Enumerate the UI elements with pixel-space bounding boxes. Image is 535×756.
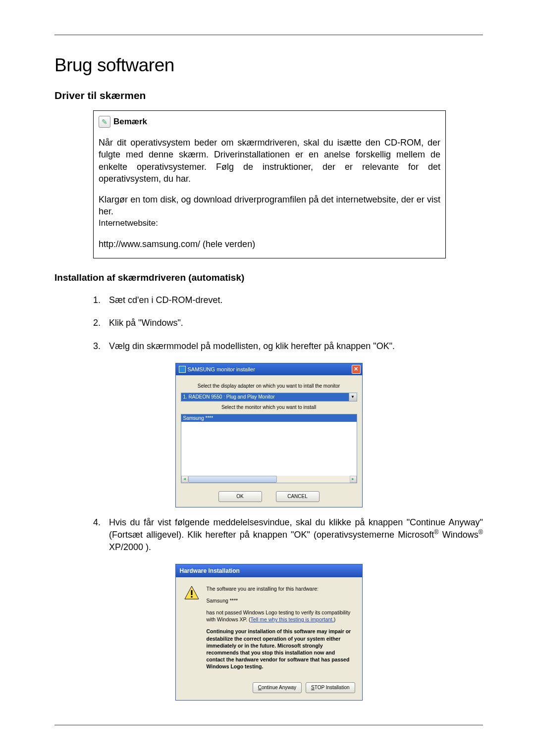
close-icon[interactable]: ✕ — [352, 365, 361, 374]
hw-line2: has not passed Windows Logo testing to v… — [207, 609, 354, 623]
app-icon — [179, 366, 186, 373]
step-4: 4. Hvis du får vist følgende meddelelses… — [93, 516, 483, 553]
scrollbar-horizontal[interactable]: ◄ ► — [181, 476, 357, 483]
note-header: ✎ Bemærk — [99, 116, 440, 128]
installer-screenshot: SAMSUNG monitor installer ✕ Select the d… — [54, 363, 483, 507]
step-num: 2. — [93, 317, 109, 329]
ok-button[interactable]: OK — [218, 491, 262, 502]
hw-link[interactable]: Tell me why this testing is important. — [251, 616, 334, 622]
stop-installation-button[interactable]: STOP Installation — [306, 682, 355, 693]
hw-warning: Continuing your installation of this sof… — [207, 628, 354, 670]
continue-anyway-button[interactable]: Continue Anyway — [253, 682, 302, 693]
adapter-selected: 1. RADEON 9550 : Plug and Play Monitor — [181, 393, 349, 401]
installer-titlebar: SAMSUNG monitor installer ✕ — [176, 363, 362, 375]
step-num: 1. — [93, 294, 109, 306]
step-2: 2. Klik på "Windows". — [93, 317, 483, 329]
hw-body: The software you are installing for this… — [176, 577, 362, 682]
note-p2: Klargør en tom disk, og download driverp… — [99, 194, 440, 218]
hw-titlebar: Hardware Installation — [176, 564, 362, 577]
hw-window: Hardware Installation The software you a… — [175, 564, 363, 701]
step-3: 3. Vælg din skærmmodel på modellisten, o… — [93, 340, 483, 352]
page-title: Brug softwaren — [54, 55, 483, 76]
note-box: ✎ Bemærk Når dit operativsystem beder om… — [93, 110, 446, 258]
scroll-left-icon[interactable]: ◄ — [181, 476, 188, 483]
step-text: Vælg din skærmmodel på modellisten, og k… — [109, 340, 483, 352]
installer-buttons: OK CANCEL — [181, 491, 357, 502]
chevron-down-icon[interactable]: ▼ — [349, 393, 357, 401]
step-text: Hvis du får vist følgende meddelelsesvin… — [109, 516, 483, 553]
bottom-rule — [54, 725, 483, 725]
hw-buttons: Continue Anyway STOP Installation — [176, 682, 362, 700]
step-text: Sæt cd'en i CD-ROM-drevet. — [109, 294, 483, 306]
note-icon: ✎ — [99, 116, 110, 128]
scroll-right-icon[interactable]: ► — [350, 476, 357, 483]
note-internet-label: Internetwebsite: — [99, 218, 440, 229]
adapter-dropdown[interactable]: 1. RADEON 9550 : Plug and Play Monitor ▼ — [181, 393, 357, 402]
installer-label-monitor: Select the monitor which you want to ins… — [181, 404, 357, 410]
installer-title: SAMSUNG monitor installer — [188, 366, 255, 372]
hw-name: Samsung **** — [207, 597, 354, 604]
note-p1: Når dit operativsystem beder om skærmdri… — [99, 137, 440, 185]
monitor-listbox[interactable]: Samsung **** ◄ ► — [181, 414, 357, 483]
monitor-selected[interactable]: Samsung **** — [181, 414, 357, 422]
top-rule — [54, 35, 483, 35]
hw-line1: The software you are installing for this… — [207, 585, 354, 592]
hw-title: Hardware Installation — [180, 567, 240, 574]
warning-icon — [184, 585, 200, 601]
steps-list: 1. Sæt cd'en i CD-ROM-drevet. 2. Klik på… — [93, 294, 483, 352]
note-title: Bemærk — [113, 117, 147, 127]
section-install-title: Installation af skærmdriveren (automatis… — [54, 272, 483, 283]
steps-list-2: 4. Hvis du får vist følgende meddelelses… — [93, 516, 483, 553]
step-num: 3. — [93, 340, 109, 352]
step-num: 4. — [93, 516, 109, 553]
installer-label-adapter: Select the display adapter on which you … — [181, 383, 357, 389]
section-driver-title: Driver til skærmen — [54, 90, 483, 101]
scrollbar-track[interactable] — [188, 476, 350, 483]
scrollbar-thumb[interactable] — [188, 476, 277, 483]
svg-rect-2 — [191, 596, 192, 598]
hw-text: The software you are installing for this… — [207, 585, 354, 675]
hw-screenshot: Hardware Installation The software you a… — [54, 564, 483, 701]
installer-body: Select the display adapter on which you … — [176, 375, 362, 507]
installer-window: SAMSUNG monitor installer ✕ Select the d… — [175, 363, 363, 507]
step-1: 1. Sæt cd'en i CD-ROM-drevet. — [93, 294, 483, 306]
step-text: Klik på "Windows". — [109, 317, 483, 329]
svg-rect-1 — [191, 590, 192, 595]
note-url: http://www.samsung.com/ (hele verden) — [99, 238, 440, 250]
note-text: Når dit operativsystem beder om skærmdri… — [99, 137, 440, 250]
cancel-button[interactable]: CANCEL — [276, 491, 320, 502]
